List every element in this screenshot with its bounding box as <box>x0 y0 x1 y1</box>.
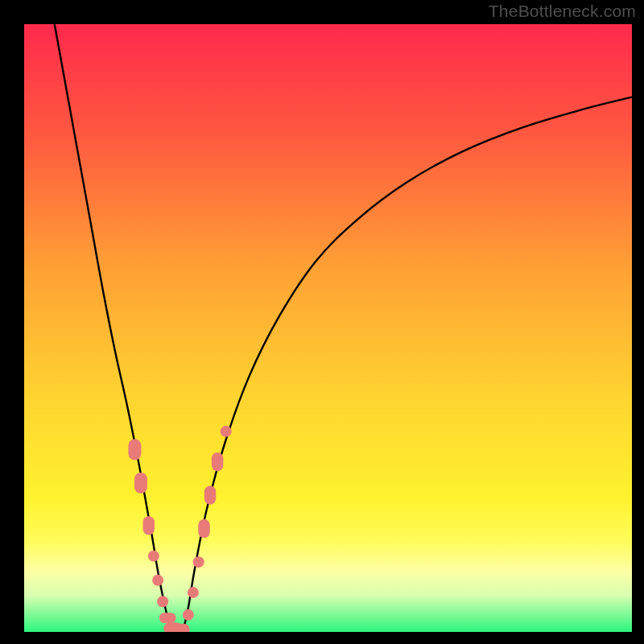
highlight-dot <box>157 596 168 607</box>
highlight-pill <box>198 519 209 538</box>
highlight-pill <box>171 624 189 632</box>
highlight-pill <box>159 613 176 623</box>
highlight-dot <box>193 556 204 568</box>
bottleneck-curve <box>55 24 632 632</box>
highlight-pill <box>212 452 223 471</box>
highlight-pill <box>204 485 216 504</box>
highlight-dot <box>188 587 199 598</box>
highlight-pill <box>143 516 155 535</box>
highlight-pill <box>134 473 147 493</box>
highlight-dot <box>183 609 194 621</box>
curve-layer <box>24 24 632 632</box>
highlight-pill <box>128 440 141 460</box>
highlight-dot <box>148 551 159 562</box>
plot-area <box>24 24 632 632</box>
highlight-dot <box>152 575 163 586</box>
chart-frame: TheBottleneck.com <box>0 0 644 644</box>
highlight-dot <box>221 426 232 437</box>
watermark-text: TheBottleneck.com <box>489 2 636 21</box>
